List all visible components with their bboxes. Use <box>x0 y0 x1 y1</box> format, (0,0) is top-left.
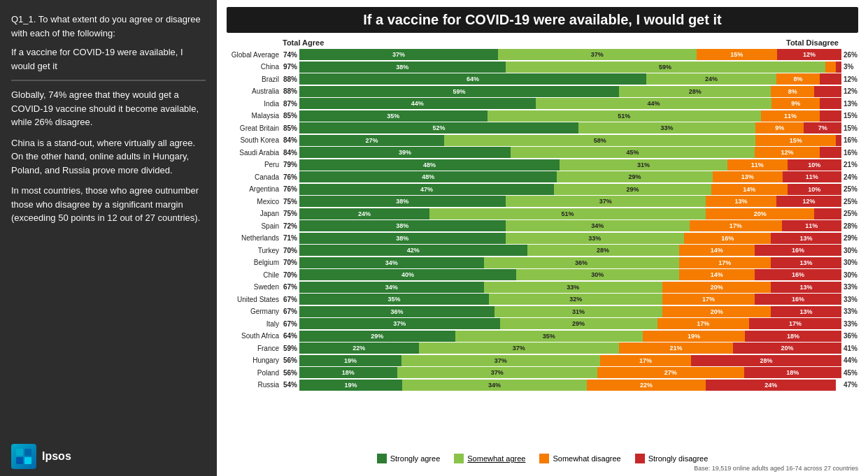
bar-strongly-agree: 39% <box>299 147 511 158</box>
total-disagree-pct: 30% <box>841 271 858 279</box>
country-label: Saudi Arabia <box>227 149 283 157</box>
total-disagree-pct: 16% <box>841 149 858 157</box>
sidebar-text: Q1_1. To what extent do you agree or dis… <box>11 13 206 232</box>
bar-strongly-agree: 38% <box>299 196 506 207</box>
bar-somewhat-disagree: 17% <box>679 257 771 268</box>
bar-strongly-agree: 19% <box>299 355 401 366</box>
total-disagree-pct: 33% <box>841 308 858 315</box>
bar-strongly-disagree <box>820 110 841 122</box>
country-label: Sweden <box>227 283 283 291</box>
total-agree-pct: 67% <box>283 283 299 291</box>
bar-somewhat-agree: 34% <box>506 220 690 231</box>
bar-strongly-disagree: 18% <box>745 331 841 342</box>
bar-somewhat-agree: 35% <box>455 331 643 342</box>
total-agree-pct: 71% <box>283 234 299 242</box>
country-label: Hungary <box>227 356 283 364</box>
bar-somewhat-agree: 51% <box>429 208 706 219</box>
total-disagree-pct: 30% <box>841 259 858 266</box>
bar-strongly-agree: 29% <box>299 331 455 342</box>
header-left: Total Agree <box>283 38 324 47</box>
bars: 18% 37% 27% 18% <box>299 367 841 378</box>
total-agree-pct: 85% <box>283 124 299 132</box>
bar-strongly-disagree: 13% <box>771 257 841 268</box>
bar-strongly-agree: 38% <box>299 233 506 244</box>
total-disagree-pct: 30% <box>841 247 858 254</box>
paragraph-1: Globally, 74% agree that they would get … <box>11 88 206 129</box>
bar-strongly-disagree: 20% <box>733 342 841 354</box>
bar-strongly-disagree: 13% <box>771 233 841 244</box>
bar-strongly-disagree: 12% <box>776 196 841 207</box>
legend-strongly-disagree: Strongly disagree <box>635 454 709 463</box>
bars: 24% 51% 20% <box>299 208 841 219</box>
bar-strongly-agree: 64% <box>299 73 646 85</box>
ipsos-logo-icon <box>11 444 36 469</box>
total-agree-pct: 59% <box>283 345 299 352</box>
bars: 34% 36% 17% 13% <box>299 257 841 268</box>
total-disagree-pct: 15% <box>841 112 858 120</box>
table-row: Mexico 75% 38% 37% 13% 12% 25% <box>227 196 858 207</box>
table-row: Germany 67% 36% 31% 20% 13% 33% <box>227 306 858 317</box>
country-label: Canada <box>227 173 283 181</box>
table-row: Russia 54% 19% 34% 22% 24% 47% <box>227 380 858 391</box>
bar-strongly-disagree: 11% <box>782 220 841 231</box>
bar-strongly-agree: 42% <box>299 245 527 256</box>
bar-somewhat-disagree: 17% <box>657 318 750 329</box>
bar-somewhat-agree: 37% <box>401 355 600 366</box>
legend-strongly-agree-icon <box>377 454 387 463</box>
bar-somewhat-disagree: 14% <box>679 269 755 280</box>
bar-somewhat-disagree: 9% <box>755 122 804 134</box>
total-agree-pct: 97% <box>283 63 299 71</box>
bars: 35% 32% 17% 16% <box>299 294 841 305</box>
table-row: Netherlands 71% 38% 33% 16% 13% 29% <box>227 233 858 244</box>
country-label: Global Average <box>227 51 283 59</box>
bar-somewhat-disagree: 22% <box>587 380 706 391</box>
sidebar: Q1_1. To what extent do you agree or dis… <box>0 0 217 476</box>
bar-strongly-disagree: 24% <box>706 380 836 391</box>
bar-somewhat-agree: 31% <box>560 159 727 171</box>
bars: 37% 29% 17% 17% <box>299 318 841 329</box>
table-row: Peru 79% 48% 31% 11% 10% 21% <box>227 159 858 171</box>
table-row: Australia 88% 59% 28% 8% 12% <box>227 86 858 97</box>
bar-strongly-disagree: 10% <box>788 184 842 195</box>
bar-strongly-agree: 40% <box>299 269 516 280</box>
country-label: South Africa <box>227 332 283 340</box>
svg-rect-0 <box>16 449 23 456</box>
country-label: Malaysia <box>227 112 283 120</box>
total-agree-pct: 84% <box>283 136 299 144</box>
table-row: United States 67% 35% 32% 17% 16% 33% <box>227 294 858 305</box>
bars: 19% 34% 22% 24% <box>299 380 841 391</box>
chart-area: Global Average 74% 37% 37% 15% 12% 26% C… <box>227 49 858 450</box>
bar-somewhat-agree: 32% <box>489 294 662 305</box>
country-label: Turkey <box>227 247 283 254</box>
total-disagree-pct: 26% <box>841 51 858 59</box>
bar-somewhat-disagree: 13% <box>713 171 783 182</box>
bar-somewhat-agree: 37% <box>397 367 598 378</box>
country-label: France <box>227 345 283 352</box>
main-content: If a vaccine for COVID-19 were available… <box>217 0 868 476</box>
bar-somewhat-disagree: 15% <box>755 135 836 146</box>
total-disagree-pct: 12% <box>841 87 858 95</box>
legend-somewhat-disagree: Somewhat disagree <box>539 454 620 463</box>
table-row: South Africa 64% 29% 35% 19% 18% 36% <box>227 331 858 342</box>
bar-strongly-agree: 34% <box>299 282 484 293</box>
legend-somewhat-disagree-icon <box>539 454 549 463</box>
bar-somewhat-disagree <box>825 62 837 73</box>
bar-somewhat-disagree: 17% <box>690 220 782 231</box>
bar-somewhat-agree: 28% <box>619 86 771 97</box>
bar-somewhat-disagree: 16% <box>684 233 771 244</box>
bar-strongly-agree: 52% <box>299 122 578 134</box>
total-disagree-pct: 36% <box>841 332 858 340</box>
bar-strongly-disagree <box>820 98 841 109</box>
bar-strongly-disagree: 17% <box>749 318 841 329</box>
bars: 29% 35% 19% 18% <box>299 331 841 342</box>
bars: 38% 34% 17% 11% <box>299 220 841 231</box>
bar-somewhat-disagree: 20% <box>662 282 771 293</box>
paragraph-2: China is a stand-out, where virtually al… <box>11 136 206 178</box>
bar-somewhat-agree: 44% <box>536 98 772 109</box>
country-label: Australia <box>227 87 283 95</box>
country-label: China <box>227 63 283 71</box>
bar-strongly-agree: 38% <box>299 220 506 231</box>
legend-strongly-agree: Strongly agree <box>377 454 441 463</box>
bar-somewhat-disagree: 15% <box>697 49 777 60</box>
bar-strongly-disagree: 16% <box>755 245 841 256</box>
